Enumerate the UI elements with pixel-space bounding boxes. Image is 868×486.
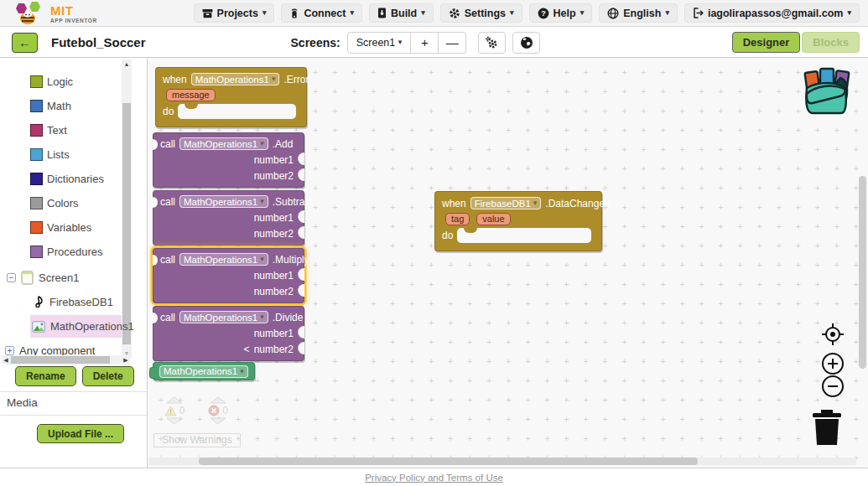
event-name: .Error [283,74,309,85]
scroll-right-icon[interactable]: ▶ [122,355,130,364]
chevron-down-icon: ▾ [260,313,264,321]
block-call-mathoperations1-divide[interactable]: call MathOperations1▾ .Divide number1 <n… [153,306,304,361]
upload-file-button[interactable]: Upload File ... [37,424,124,443]
component-dropdown[interactable]: MathOperations1▾ [179,137,268,150]
build-menu-button[interactable]: Build ▾ [369,3,434,23]
center-blocks-icon[interactable] [821,323,845,346]
block-call-mathoperations1-multiply[interactable]: call MathOperations1▾ .Multiply number1 … [153,248,304,303]
back-button[interactable]: ← [12,33,38,53]
method-name: .Multiply [273,254,309,266]
delete-button[interactable]: Delete [82,366,134,386]
param-chip-tag[interactable]: tag [445,213,470,225]
input-socket[interactable] [298,210,304,223]
expand-icon[interactable]: + [5,346,14,355]
connect-menu-button[interactable]: Connect ▾ [281,3,362,23]
block-keyword: do [442,230,453,241]
component-dropdown[interactable]: MathOperations1▾ [159,365,248,378]
colors-color-swatch [30,197,43,209]
chevron-down-icon: ▾ [421,9,425,17]
chevron-down-icon: ▾ [665,9,669,17]
project-settings-button[interactable] [478,32,506,54]
input-socket[interactable] [298,342,304,354]
input-socket[interactable] [298,268,304,281]
zoom-in-icon[interactable] [821,352,845,375]
help-menu-button[interactable]: ? Help ▾ [529,3,593,23]
settings-menu-button[interactable]: Settings ▾ [440,3,522,23]
input-socket[interactable] [298,226,304,239]
block-mathoperations1-component[interactable]: MathOperations1▾ [153,362,255,380]
do-statement-slot[interactable] [178,104,296,119]
dictionaries-color-swatch [30,173,43,185]
settings-menu-label: Settings [465,8,506,19]
projects-menu-button[interactable]: Projects ▾ [194,3,275,23]
publish-button[interactable] [512,32,540,54]
do-statement-slot[interactable] [457,228,591,243]
component-dropdown[interactable]: MathOperations1▾ [179,253,268,266]
chevron-down-icon: ▾ [240,368,244,375]
input-socket[interactable] [298,168,304,181]
block-call-mathoperations1-add[interactable]: call MathOperations1▾ .Add number1 numbe… [153,132,304,188]
scrollbar-thumb[interactable] [199,458,698,465]
arg-label: number1 [254,328,294,339]
add-screen-button[interactable]: + [411,32,439,54]
chevron-down-icon: ▾ [260,140,264,147]
block-keyword: call [160,312,175,323]
designer-toggle-button[interactable]: Designer [732,32,801,53]
divider [0,391,147,392]
math-color-swatch [30,100,43,112]
scrollbar-thumb[interactable] [122,103,131,344]
account-menu-button[interactable]: iagolirapassos@gmail.com ▾ [684,3,860,23]
scroll-up-icon[interactable]: ▲ [122,59,132,69]
param-chip-message[interactable]: message [166,89,216,101]
text-color-swatch [30,124,43,137]
scroll-up-warning-icon[interactable] [165,396,184,404]
bee-logo-icon [12,2,45,25]
arg-label: number2 [254,286,294,297]
rename-button[interactable]: Rename [15,366,76,386]
blocks-toggle-button[interactable]: Blocks [802,32,860,53]
show-warnings-button[interactable]: Show Warnings [153,433,241,447]
privacy-policy-link[interactable]: Privacy Policy and Terms of Use [365,473,503,483]
block-when-mathoperations1-error[interactable]: when MathOperations1▾ .Error message do [155,67,307,127]
canvas-vertical-scrollbar[interactable] [859,176,866,369]
media-section-label: Media [7,396,38,409]
block-call-mathoperations1-subtract[interactable]: call MathOperations1▾ .Subtract number1 … [153,190,304,246]
input-socket[interactable] [298,284,304,297]
scrollbar-thumb[interactable] [11,356,110,364]
sidebar-vertical-scrollbar[interactable]: ▲ ▼ [122,59,132,358]
arg-label: number2 [254,170,294,182]
scroll-down-warning-icon[interactable] [165,417,184,425]
block-keyword: call [160,254,175,266]
scroll-down-error-icon[interactable] [209,417,227,425]
component-dropdown[interactable]: FirebaseDB1▾ [470,197,542,209]
blocks-canvas[interactable]: +++++++++++++++++++++++++++++++++++++ ++… [148,58,868,468]
language-menu-button[interactable]: English ▾ [599,3,678,23]
error-circle-icon [208,405,220,416]
chevron-down-icon: ▾ [260,198,264,205]
publish-globe-icon [520,36,533,49]
arg-label: number1 [254,270,294,282]
block-keyword: when [163,74,187,85]
component-dropdown[interactable]: MathOperations1▾ [191,73,280,85]
block-when-firebasedb1-datachanged[interactable]: when FirebaseDB1▾ .DataChanged tag value… [434,191,602,251]
screen-select-dropdown[interactable]: Screen1 ▾ [347,32,412,54]
canvas-horizontal-scrollbar[interactable] [148,458,856,465]
scroll-left-icon[interactable]: ◀ [2,355,10,364]
globe-icon [607,8,619,19]
remove-screen-button[interactable]: — [439,32,466,54]
trash-icon[interactable] [811,408,843,447]
param-chip-value[interactable]: value [476,213,510,225]
scroll-up-error-icon[interactable] [209,396,227,404]
zoom-out-icon[interactable] [821,375,845,398]
component-dropdown[interactable]: MathOperations1▾ [179,195,268,208]
plus-icon: + [421,35,429,49]
collapse-icon[interactable]: − [7,273,16,282]
component-dropdown[interactable]: MathOperations1▾ [179,311,268,323]
chevron-down-icon: ▾ [262,9,267,17]
language-menu-label: English [623,8,661,19]
input-socket[interactable] [298,153,304,165]
backpack-icon[interactable] [801,66,853,116]
input-socket[interactable] [298,326,304,339]
chevron-down-icon: ▾ [350,9,354,17]
sidebar-horizontal-scrollbar[interactable]: ◀ ▶ [2,355,130,364]
